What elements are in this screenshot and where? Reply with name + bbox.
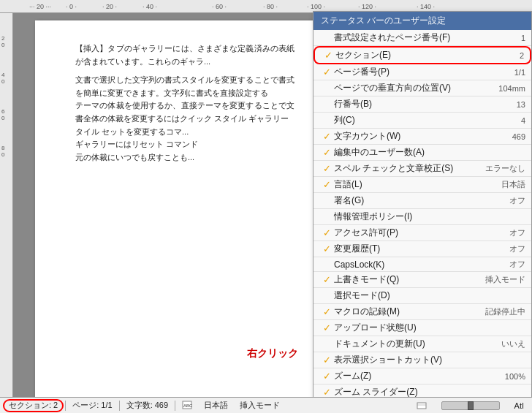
menu-item-change-history[interactable]: ✓ 変更履歴(T) オフ [314, 241, 531, 257]
label-access: アクセス許可(P) [334, 227, 476, 239]
status-language[interactable]: 日本語 [199, 399, 233, 412]
menu-item-access[interactable]: ✓ アクセス許可(P) オフ [314, 225, 531, 241]
label-capslock: CapsLock(K) [334, 259, 476, 270]
label-info-policy: 情報管理ポリシー(I) [334, 211, 476, 223]
menu-item-language[interactable]: ✓ 言語(L) 日本語 [314, 177, 531, 193]
menu-title: ステータス バーのユーザー設定 [314, 12, 531, 30]
menu-item-selection[interactable]: 選択モード(D) [314, 288, 531, 304]
label-language: 言語(L) [334, 178, 476, 191]
check-overwrite: ✓ [319, 274, 334, 285]
value-spell-check: エラーなし [482, 163, 525, 174]
label-change-history: 変更履歴(T) [334, 243, 476, 255]
label-selection-shortcut: 表示選択ショートカット(V) [334, 354, 476, 366]
status-right-icons: AtI [411, 399, 529, 412]
label-line-number: 行番号(B) [334, 98, 476, 110]
menu-item-line-number[interactable]: 行番号(B) 13 [314, 96, 531, 113]
view-icon-1 [417, 401, 427, 411]
status-divider-3 [175, 401, 175, 411]
value-line-number: 13 [482, 100, 525, 109]
spell-check-icon: ABC [182, 401, 192, 411]
menu-item-info-policy[interactable]: 情報管理ポリシー(I) [314, 209, 531, 225]
menu-item-upload-status[interactable]: ✓ アップロード状態(U) [314, 320, 531, 336]
label-page-style: 書式設定されたページ番号(F) [334, 31, 476, 44]
check-macro-record: ✓ [319, 306, 334, 317]
status-insert-mode[interactable]: 挿入モード [235, 399, 285, 412]
status-divider-1 [65, 401, 66, 411]
menu-item-page-number[interactable]: ✓ ページ番号(P) 1/1 [314, 64, 531, 80]
label-section: セクション(E) [335, 49, 474, 61]
svg-rect-2 [417, 403, 426, 409]
status-icon-1[interactable] [411, 399, 432, 412]
check-change-history: ✓ [319, 243, 334, 254]
label-signature: 署名(G) [334, 194, 476, 207]
value-language: 日本語 [482, 179, 525, 190]
check-selection-shortcut: ✓ [319, 355, 334, 365]
value-signature: オフ [482, 195, 525, 206]
menu-item-overwrite[interactable]: ✓ 上書きモード(Q) 挿入モード [314, 272, 531, 288]
status-page[interactable]: ページ: 1/1 [67, 399, 117, 412]
ruler-left: 20 40 60 80 [0, 13, 13, 397]
menu-item-section[interactable]: ✓ セクション(E) 2 [314, 46, 531, 64]
menu-item-page-style[interactable]: 書式設定されたページ番号(F) 1 [314, 30, 531, 46]
context-menu: ステータス バーのユーザー設定 書式設定されたページ番号(F) 1 ✓ セクショ… [313, 11, 532, 397]
label-column: 列(C) [334, 114, 476, 126]
check-upload-status: ✓ [319, 322, 334, 333]
value-doc-update: いいえ [482, 338, 525, 349]
label-macro-record: マクロの記録(M) [334, 306, 476, 318]
value-macro-record: 記録停止中 [482, 306, 525, 317]
status-zoom-value[interactable]: AtI [509, 399, 529, 412]
check-word-count: ✓ [319, 131, 334, 142]
menu-item-doc-update[interactable]: ドキュメントの更新(U) いいえ [314, 336, 531, 352]
menu-item-spell-check[interactable]: ✓ スペル チェックと文章校正(S) エラーなし [314, 161, 531, 177]
label-spell-check: スペル チェックと文章校正(S) [334, 162, 476, 175]
check-section: ✓ [321, 50, 335, 61]
menu-item-word-count[interactable]: ✓ 文字カウント(W) 469 [314, 129, 531, 145]
value-zoom: 100% [482, 372, 525, 381]
status-word-count[interactable]: 文字数: 469 [121, 399, 173, 412]
label-editing-users: 編集中のユーザー数(A) [334, 146, 476, 159]
menu-item-editing-users[interactable]: ✓ 編集中のユーザー数(A) [314, 145, 531, 161]
status-section[interactable]: セクション: 2 [3, 399, 64, 412]
zoom-slider-thumb [468, 401, 474, 410]
value-page-number: 1/1 [482, 68, 525, 77]
menu-item-page-vpos[interactable]: ページでの垂直方向の位置(V) 104mm [314, 80, 531, 96]
doc-paragraph-1: 【挿入】タブのギャラリーには、さまざまな定義済みの表紙が含まれています。これらの… [75, 42, 294, 68]
value-word-count: 469 [482, 132, 525, 141]
check-zoom-slider: ✓ [319, 387, 334, 397]
document-page: 【挿入】タブのギャラリーには、さまざまな定義済みの表紙が含まれています。これらの… [35, 20, 313, 397]
menu-item-capslock[interactable]: CapsLock(K) オフ [314, 257, 531, 272]
status-spell-icon[interactable]: ABC [177, 399, 197, 412]
label-zoom: ズーム(Z) [334, 370, 476, 382]
value-page-vpos: 104mm [482, 84, 525, 93]
label-overwrite: 上書きモード(Q) [334, 273, 476, 286]
value-capslock: オフ [482, 259, 525, 270]
menu-item-macro-record[interactable]: ✓ マクロの記録(M) 記録停止中 [314, 304, 531, 320]
check-access: ✓ [319, 227, 334, 238]
label-page-number: ページ番号(P) [334, 66, 476, 78]
doc-paragraph-2: 文書で選択した文字列の書式スタイルを変更することで書式を簡単に変更できます。文字… [75, 74, 294, 164]
status-divider-2 [119, 401, 120, 411]
label-selection: 選択モード(D) [334, 289, 476, 302]
right-click-label: 右クリック [247, 347, 298, 360]
value-change-history: オフ [482, 243, 525, 254]
menu-item-selection-shortcut[interactable]: ✓ 表示選択ショートカット(V) [314, 352, 531, 368]
zoom-slider-widget[interactable] [441, 401, 500, 410]
check-zoom: ✓ [319, 371, 334, 382]
label-word-count: 文字カウント(W) [334, 130, 476, 143]
value-section: 2 [480, 51, 524, 60]
status-bar: セクション: 2 ページ: 1/1 文字数: 469 ABC 日本語 挿入モード… [0, 397, 532, 413]
menu-item-signature[interactable]: 署名(G) オフ [314, 193, 531, 209]
document-area: ··· 20 ··· · 0 · · 20 · · 40 · · 60 · · … [0, 0, 532, 397]
label-zoom-slider: ズーム スライダー(Z) [334, 386, 476, 397]
label-page-vpos: ページでの垂直方向の位置(V) [334, 82, 476, 94]
menu-item-column[interactable]: 列(C) 4 [314, 113, 531, 129]
check-editing-users: ✓ [319, 147, 334, 158]
menu-item-zoom-slider[interactable]: ✓ ズーム スライダー(Z) [314, 384, 531, 397]
check-language: ✓ [319, 179, 334, 190]
svg-text:ABC: ABC [183, 403, 192, 408]
status-zoom-slider[interactable] [433, 399, 508, 412]
check-page-number: ✓ [319, 67, 334, 77]
value-column: 4 [482, 116, 525, 125]
menu-item-zoom[interactable]: ✓ ズーム(Z) 100% [314, 368, 531, 384]
value-overwrite: 挿入モード [482, 274, 525, 285]
